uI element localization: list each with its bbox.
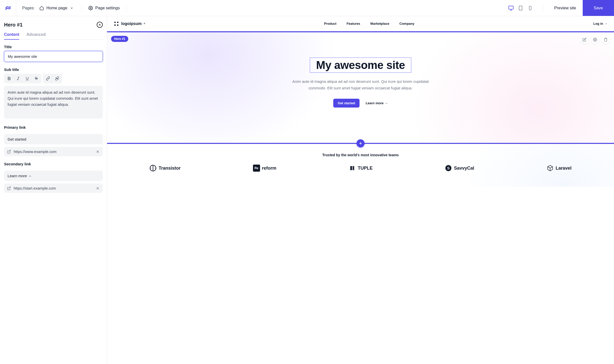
device-mobile-button[interactable] — [527, 5, 533, 11]
primary-link-text-input[interactable] — [4, 134, 103, 144]
hero-subtitle[interactable]: Anim aute id magna aliqua ad ad non dese… — [290, 78, 431, 91]
clear-secondary-url-button[interactable] — [96, 186, 100, 190]
chevron-down-icon — [70, 6, 73, 10]
block-tag: Hero #1 — [111, 36, 128, 42]
laravel-icon — [547, 165, 554, 172]
title-label: Title — [4, 45, 103, 49]
bold-button[interactable] — [5, 74, 14, 83]
logo-transistor: Transistor — [149, 165, 181, 172]
gear-icon — [88, 6, 93, 10]
primary-link-label: Primary link — [4, 125, 103, 129]
svg-point-25 — [117, 24, 119, 26]
subtitle-label: Sub title — [4, 67, 103, 72]
logo-savvycal: S SavvyCal — [445, 165, 474, 172]
logo-reform: Re Reform — [253, 165, 276, 172]
link-button[interactable] — [43, 74, 53, 83]
svg-point-22 — [114, 21, 116, 23]
pages-label: Pages: — [16, 6, 39, 10]
page-settings-button[interactable]: Page settings — [86, 6, 122, 10]
nav-marketplace[interactable]: Marketplace — [370, 22, 389, 25]
page-selector[interactable]: Home page — [39, 6, 77, 10]
site-logo[interactable]: logoipsum® — [114, 21, 145, 27]
svg-point-23 — [117, 21, 119, 23]
nav-features[interactable]: Features — [347, 22, 360, 25]
svg-line-12 — [18, 77, 19, 80]
svg-point-26 — [595, 39, 596, 40]
underline-button[interactable] — [23, 74, 32, 83]
home-icon — [39, 6, 44, 10]
italic-button[interactable] — [14, 74, 23, 83]
hero-title-editable[interactable]: My awesome site — [310, 58, 411, 73]
edit-block-button[interactable] — [580, 35, 589, 44]
secondary-link-text-input[interactable] — [4, 171, 103, 181]
secondary-link-label: Secondary link — [4, 162, 103, 166]
tab-advanced[interactable]: Advanced — [26, 32, 45, 39]
hero-secondary-cta[interactable]: Learn more → — [366, 101, 388, 105]
device-desktop-button[interactable] — [508, 5, 514, 11]
svg-line-19 — [9, 187, 11, 189]
block-settings-button[interactable] — [591, 35, 599, 44]
arrow-right-icon: → — [385, 101, 388, 105]
strikethrough-button[interactable] — [32, 74, 41, 83]
login-link[interactable]: Log in → — [593, 22, 607, 25]
device-tablet-button[interactable] — [518, 5, 524, 11]
svg-point-24 — [114, 24, 116, 26]
tab-content[interactable]: Content — [4, 32, 19, 39]
nav-company[interactable]: Company — [399, 22, 414, 25]
preview-canvas: logoipsum® Product Features Marketplace … — [107, 16, 614, 364]
close-panel-button[interactable] — [97, 22, 103, 28]
svg-rect-1 — [509, 6, 513, 9]
hero-block[interactable]: Hero #1 My awesome site Anim aute id mag… — [107, 32, 614, 143]
clear-primary-url-button[interactable] — [96, 150, 100, 154]
hero-primary-cta[interactable]: Get started — [333, 99, 360, 108]
editor-sidebar: Hero #1 Content Advanced Title Sub title — [0, 16, 107, 364]
current-page-name: Home page — [46, 6, 67, 10]
svg-point-0 — [90, 7, 91, 9]
reform-icon: Re — [253, 165, 260, 172]
tuple-icon — [349, 165, 356, 172]
logo-tuple: TUPLE — [349, 165, 373, 172]
primary-link-url-input[interactable] — [14, 149, 93, 154]
preview-site-button[interactable]: Preview site — [548, 6, 582, 10]
savvycal-icon: S — [445, 165, 452, 172]
title-input[interactable] — [4, 51, 103, 62]
external-link-icon — [7, 186, 11, 190]
logos-heading: Trusted by the world's most innovative t… — [117, 153, 604, 157]
top-toolbar: Pages: Home page Page settings Preview s… — [0, 0, 614, 16]
delete-block-button[interactable] — [601, 35, 610, 44]
logos-block[interactable]: Trusted by the world's most innovative t… — [107, 144, 614, 187]
app-logo[interactable] — [0, 0, 16, 16]
subtitle-textarea[interactable]: Anim aute id magna aliqua ad ad non dese… — [4, 86, 103, 119]
logo-laravel: Laravel — [547, 165, 572, 172]
add-block-button[interactable] — [356, 139, 365, 147]
svg-text:S: S — [447, 166, 450, 170]
site-brand-name: logoipsum — [121, 21, 142, 26]
panel-title: Hero #1 — [4, 22, 22, 28]
secondary-link-url-input[interactable] — [14, 186, 93, 190]
external-link-icon — [7, 150, 11, 154]
nav-product[interactable]: Product — [324, 22, 337, 25]
unlink-button[interactable] — [53, 74, 62, 83]
transistor-icon — [149, 165, 157, 172]
svg-line-16 — [9, 150, 11, 152]
save-button[interactable]: Save — [583, 0, 614, 16]
page-settings-label: Page settings — [95, 6, 120, 10]
arrow-right-icon: → — [604, 22, 607, 25]
site-header: logoipsum® Product Features Marketplace … — [107, 16, 614, 31]
svg-rect-4 — [519, 6, 522, 10]
